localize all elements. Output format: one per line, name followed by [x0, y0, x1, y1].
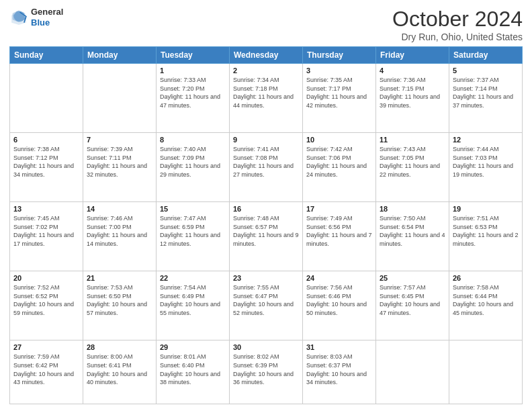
cell-day-number: 31 — [306, 343, 372, 351]
logo-icon — [9, 8, 28, 27]
cell-info: Sunrise: 7:37 AMSunset: 7:14 PMDaylight:… — [453, 76, 519, 109]
calendar-cell: 23Sunrise: 7:55 AMSunset: 6:47 PMDayligh… — [230, 271, 303, 340]
calendar-cell — [10, 64, 83, 133]
calendar-cell: 20Sunrise: 7:52 AMSunset: 6:52 PMDayligh… — [10, 271, 83, 340]
cell-info: Sunrise: 7:54 AMSunset: 6:49 PMDaylight:… — [160, 283, 226, 317]
cell-info: Sunrise: 7:52 AMSunset: 6:52 PMDaylight:… — [13, 283, 79, 317]
cell-day-number: 15 — [160, 205, 226, 213]
calendar-cell — [449, 340, 523, 404]
cell-day-number: 28 — [87, 343, 152, 351]
calendar-cell: 16Sunrise: 7:48 AMSunset: 6:57 PMDayligh… — [230, 202, 303, 271]
cell-info: Sunrise: 7:55 AMSunset: 6:47 PMDaylight:… — [233, 283, 299, 317]
calendar-table: SundayMondayTuesdayWednesdayThursdayFrid… — [9, 46, 523, 404]
cell-info: Sunrise: 7:38 AMSunset: 7:12 PMDaylight:… — [13, 145, 79, 179]
cell-day-number: 3 — [306, 66, 372, 75]
cell-day-number: 10 — [306, 136, 372, 144]
cell-day-number: 26 — [453, 274, 519, 282]
cell-day-number: 12 — [453, 136, 519, 144]
cell-info: Sunrise: 7:40 AMSunset: 7:09 PMDaylight:… — [160, 145, 226, 179]
calendar-day-header: Saturday — [449, 47, 523, 64]
calendar-cell: 4Sunrise: 7:36 AMSunset: 7:15 PMDaylight… — [376, 64, 449, 133]
cell-info: Sunrise: 7:42 AMSunset: 7:06 PMDaylight:… — [306, 145, 372, 179]
cell-info: Sunrise: 7:39 AMSunset: 7:11 PMDaylight:… — [87, 145, 152, 179]
cell-info: Sunrise: 8:02 AMSunset: 6:39 PMDaylight:… — [233, 353, 299, 386]
calendar-cell: 13Sunrise: 7:45 AMSunset: 7:02 PMDayligh… — [10, 202, 83, 271]
logo: General Blue — [9, 7, 63, 28]
cell-info: Sunrise: 7:51 AMSunset: 6:53 PMDaylight:… — [453, 214, 519, 248]
cell-info: Sunrise: 7:44 AMSunset: 7:03 PMDaylight:… — [453, 145, 519, 179]
calendar-day-header: Wednesday — [230, 47, 303, 64]
cell-info: Sunrise: 7:56 AMSunset: 6:46 PMDaylight:… — [306, 283, 372, 317]
calendar-cell: 15Sunrise: 7:47 AMSunset: 6:59 PMDayligh… — [157, 202, 230, 271]
calendar-day-header: Monday — [83, 47, 157, 64]
calendar-cell: 25Sunrise: 7:57 AMSunset: 6:45 PMDayligh… — [376, 271, 449, 340]
calendar-cell: 24Sunrise: 7:56 AMSunset: 6:46 PMDayligh… — [303, 271, 376, 340]
page-container: General Blue October 2024 Dry Run, Ohio,… — [0, 0, 532, 411]
calendar-cell: 30Sunrise: 8:02 AMSunset: 6:39 PMDayligh… — [230, 340, 303, 404]
cell-info: Sunrise: 7:46 AMSunset: 7:00 PMDaylight:… — [87, 214, 152, 248]
month-title: October 2024 — [392, 7, 523, 32]
cell-day-number: 21 — [87, 274, 152, 282]
cell-day-number: 22 — [160, 274, 226, 282]
calendar-cell: 18Sunrise: 7:50 AMSunset: 6:54 PMDayligh… — [376, 202, 449, 271]
cell-day-number: 9 — [233, 136, 299, 144]
cell-day-number: 18 — [380, 205, 445, 213]
calendar-cell: 27Sunrise: 7:59 AMSunset: 6:42 PMDayligh… — [10, 340, 83, 404]
calendar-cell: 31Sunrise: 8:03 AMSunset: 6:37 PMDayligh… — [303, 340, 376, 404]
cell-day-number: 4 — [380, 66, 445, 75]
cell-day-number: 2 — [233, 66, 299, 75]
cell-day-number: 17 — [306, 205, 372, 213]
calendar-cell: 29Sunrise: 8:01 AMSunset: 6:40 PMDayligh… — [157, 340, 230, 404]
cell-day-number: 5 — [453, 66, 519, 75]
cell-info: Sunrise: 8:01 AMSunset: 6:40 PMDaylight:… — [160, 353, 226, 386]
cell-info: Sunrise: 7:35 AMSunset: 7:17 PMDaylight:… — [306, 76, 372, 109]
calendar-cell: 7Sunrise: 7:39 AMSunset: 7:11 PMDaylight… — [83, 133, 157, 202]
cell-info: Sunrise: 7:49 AMSunset: 6:56 PMDaylight:… — [306, 214, 372, 248]
cell-day-number: 24 — [306, 274, 372, 282]
calendar-cell: 1Sunrise: 7:33 AMSunset: 7:20 PMDaylight… — [157, 64, 230, 133]
cell-day-number: 16 — [233, 205, 299, 213]
cell-day-number: 19 — [453, 205, 519, 213]
calendar-cell: 28Sunrise: 8:00 AMSunset: 6:41 PMDayligh… — [83, 340, 157, 404]
calendar-cell: 17Sunrise: 7:49 AMSunset: 6:56 PMDayligh… — [303, 202, 376, 271]
calendar-week-row: 13Sunrise: 7:45 AMSunset: 7:02 PMDayligh… — [10, 202, 523, 271]
calendar-day-header: Sunday — [10, 47, 83, 64]
calendar-week-row: 27Sunrise: 7:59 AMSunset: 6:42 PMDayligh… — [10, 340, 523, 404]
calendar-cell — [83, 64, 157, 133]
cell-info: Sunrise: 7:47 AMSunset: 6:59 PMDaylight:… — [160, 214, 226, 248]
calendar-day-header: Friday — [376, 47, 449, 64]
calendar-cell: 26Sunrise: 7:58 AMSunset: 6:44 PMDayligh… — [449, 271, 523, 340]
cell-day-number: 13 — [13, 205, 79, 213]
cell-day-number: 14 — [87, 205, 152, 213]
calendar-cell — [376, 340, 449, 404]
cell-info: Sunrise: 8:03 AMSunset: 6:37 PMDaylight:… — [306, 353, 372, 386]
calendar-week-row: 6Sunrise: 7:38 AMSunset: 7:12 PMDaylight… — [10, 133, 523, 202]
cell-day-number: 1 — [160, 66, 226, 75]
logo-blue: Blue — [31, 17, 63, 28]
cell-info: Sunrise: 7:36 AMSunset: 7:15 PMDaylight:… — [380, 76, 445, 109]
calendar-cell: 5Sunrise: 7:37 AMSunset: 7:14 PMDaylight… — [449, 64, 523, 133]
calendar-cell: 14Sunrise: 7:46 AMSunset: 7:00 PMDayligh… — [83, 202, 157, 271]
calendar-cell: 19Sunrise: 7:51 AMSunset: 6:53 PMDayligh… — [449, 202, 523, 271]
logo-general: General — [31, 7, 63, 17]
cell-info: Sunrise: 7:48 AMSunset: 6:57 PMDaylight:… — [233, 214, 299, 248]
calendar-cell: 10Sunrise: 7:42 AMSunset: 7:06 PMDayligh… — [303, 133, 376, 202]
calendar-cell: 8Sunrise: 7:40 AMSunset: 7:09 PMDaylight… — [157, 133, 230, 202]
calendar-cell: 3Sunrise: 7:35 AMSunset: 7:17 PMDaylight… — [303, 64, 376, 133]
cell-day-number: 25 — [380, 274, 445, 282]
cell-day-number: 20 — [13, 274, 79, 282]
cell-info: Sunrise: 7:34 AMSunset: 7:18 PMDaylight:… — [233, 76, 299, 109]
cell-info: Sunrise: 8:00 AMSunset: 6:41 PMDaylight:… — [87, 353, 152, 386]
calendar-header-row: SundayMondayTuesdayWednesdayThursdayFrid… — [10, 47, 523, 64]
calendar-week-row: 1Sunrise: 7:33 AMSunset: 7:20 PMDaylight… — [10, 64, 523, 133]
cell-day-number: 11 — [380, 136, 445, 144]
cell-day-number: 27 — [13, 343, 79, 351]
calendar-day-header: Thursday — [303, 47, 376, 64]
calendar-cell: 9Sunrise: 7:41 AMSunset: 7:08 PMDaylight… — [230, 133, 303, 202]
cell-day-number: 29 — [160, 343, 226, 351]
calendar-cell: 12Sunrise: 7:44 AMSunset: 7:03 PMDayligh… — [449, 133, 523, 202]
calendar-cell: 2Sunrise: 7:34 AMSunset: 7:18 PMDaylight… — [230, 64, 303, 133]
cell-day-number: 6 — [13, 136, 79, 144]
calendar-cell: 21Sunrise: 7:53 AMSunset: 6:50 PMDayligh… — [83, 271, 157, 340]
cell-info: Sunrise: 7:45 AMSunset: 7:02 PMDaylight:… — [13, 214, 79, 248]
